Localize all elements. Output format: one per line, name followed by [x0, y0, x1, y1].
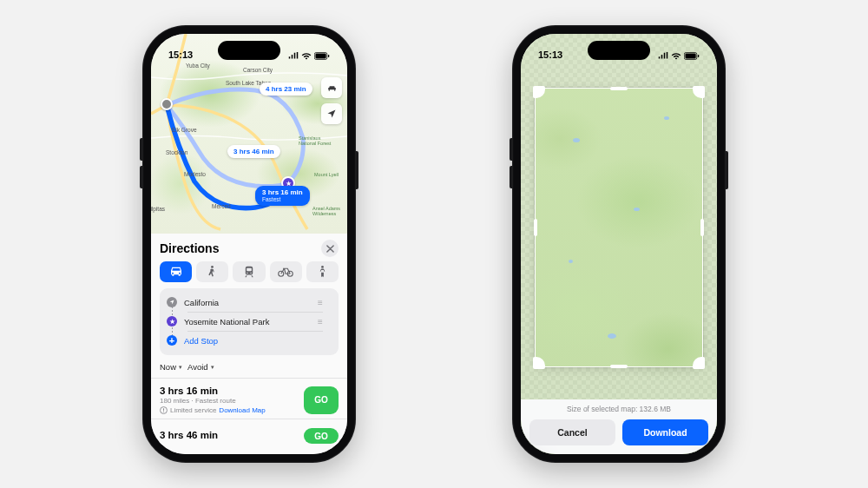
city-label: Stockton [166, 149, 187, 155]
dynamic-island [218, 41, 280, 60]
city-label: Yuba City [186, 63, 210, 69]
city-label: Merced [212, 203, 231, 209]
crop-handle-bl[interactable] [533, 357, 545, 369]
status-icons [658, 52, 700, 60]
park-label: Ansel Adams Wilderness [312, 207, 340, 216]
city-label: Carson City [243, 67, 273, 73]
chevron-down-icon: ▾ [211, 364, 214, 371]
route-time-alt1[interactable]: 4 hrs 23 min [260, 82, 312, 96]
chevron-down-icon: ▾ [179, 364, 182, 371]
go-button[interactable]: GO [304, 386, 339, 414]
mode-transit-button[interactable] [233, 261, 265, 282]
add-icon: + [167, 335, 177, 346]
crop-handle-tr[interactable] [693, 86, 705, 98]
crop-handle-right[interactable] [700, 219, 704, 236]
crop-handle-bottom[interactable] [610, 365, 628, 368]
route-stops: California ≡ ★ Yosemite National Park ≡ … [160, 288, 339, 355]
svg-rect-13 [163, 412, 164, 412]
result-time: 3 hrs 16 min [160, 386, 297, 396]
stop-to-label: Yosemite National Park [184, 317, 269, 326]
svg-rect-1 [315, 54, 326, 59]
svg-rect-15 [685, 54, 695, 59]
mode-rideshare-button[interactable] [306, 261, 339, 282]
depart-now-picker[interactable]: Now▾ [160, 362, 182, 372]
stop-to-icon: ★ [167, 316, 177, 326]
park-label: Mount Lyell [314, 173, 339, 178]
route-result-2[interactable]: 3 hrs 46 min GO [151, 421, 347, 444]
go-button[interactable]: GO [304, 428, 339, 444]
svg-point-7 [250, 273, 251, 274]
reorder-handle-icon[interactable]: ≡ [318, 298, 330, 307]
svg-point-6 [247, 273, 247, 274]
add-stop-button[interactable]: + Add Stop [167, 331, 332, 350]
route-time-alt2[interactable]: 3 hrs 46 min [227, 145, 280, 158]
download-button[interactable]: Download [622, 419, 708, 445]
crop-dim [521, 88, 535, 367]
crop-handle-left[interactable] [534, 219, 537, 236]
status-icons [288, 52, 330, 60]
phone-directions: 15:13 [142, 25, 356, 463]
svg-point-10 [321, 266, 324, 268]
stop-from-label: California [184, 298, 219, 307]
stop-from[interactable]: California ≡ [167, 293, 332, 312]
mode-walk-button[interactable] [196, 261, 228, 282]
city-label: Modesto [184, 171, 206, 177]
add-stop-label: Add Stop [184, 336, 218, 346]
route-time-best-subtitle: Fastest [262, 196, 303, 202]
svg-rect-12 [163, 408, 164, 411]
selected-map-size: Size of selected map: 132.6 MB [529, 405, 708, 413]
sheet-title: Directions [160, 241, 219, 255]
route-result-1[interactable]: 3 hrs 16 min 180 miles · Fastest route L… [151, 380, 347, 419]
stop-to[interactable]: ★ Yosemite National Park ≡ [167, 312, 332, 331]
download-map-link[interactable]: Download Map [219, 406, 265, 414]
crop-rectangle[interactable] [535, 88, 703, 367]
pin-start-icon [161, 98, 173, 110]
map-mode-button[interactable] [321, 77, 342, 98]
mode-drive-button[interactable] [160, 261, 192, 282]
svg-rect-16 [698, 55, 699, 57]
park-label: Stanislaus National Forest [299, 136, 331, 146]
svg-rect-2 [328, 55, 329, 57]
dynamic-island [588, 41, 650, 60]
route-time-best[interactable]: 3 hrs 16 min Fastest [255, 186, 310, 206]
city-label: Elk Grove [172, 127, 197, 133]
svg-point-3 [211, 266, 214, 268]
svg-rect-5 [247, 268, 252, 272]
crop-handle-top[interactable] [610, 87, 628, 90]
result-meta: 180 miles · Fastest route [160, 397, 297, 405]
transport-mode-segmented [151, 259, 347, 288]
stop-from-icon [167, 297, 177, 307]
result-limited: Limited service [170, 406, 216, 414]
city-label: Milpitas [151, 206, 165, 212]
reorder-handle-icon[interactable]: ≡ [318, 317, 330, 326]
mode-bike-button[interactable] [270, 261, 302, 282]
map-locate-button[interactable] [321, 103, 342, 124]
warning-icon [160, 406, 168, 414]
phone-download-map: 15:13 [512, 25, 726, 463]
crop-dim [703, 88, 717, 367]
status-time: 15:13 [168, 49, 193, 60]
download-panel: Size of selected map: 132.6 MB Cancel Do… [521, 399, 717, 454]
directions-sheet: Directions California [151, 234, 347, 454]
avoid-picker[interactable]: Avoid▾ [187, 362, 214, 372]
route-time-best-value: 3 hrs 16 min [262, 188, 303, 196]
status-time: 15:13 [538, 49, 562, 60]
close-button[interactable] [321, 240, 339, 257]
crop-handle-tl[interactable] [533, 86, 545, 98]
result-time: 3 hrs 46 min [160, 430, 297, 440]
cancel-button[interactable]: Cancel [529, 419, 615, 445]
map-view[interactable]: ★ Carson City South Lake Tahoe Yuba City… [151, 34, 347, 234]
crop-handle-br[interactable] [693, 357, 705, 369]
